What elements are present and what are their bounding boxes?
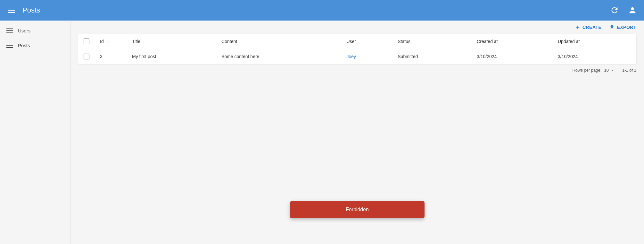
row-checkbox[interactable] <box>84 54 89 59</box>
row-user[interactable]: Joey <box>341 49 392 64</box>
create-button[interactable]: CREATE <box>575 24 602 30</box>
svg-rect-4 <box>6 45 13 46</box>
app-bar: Posts <box>0 0 644 21</box>
toolbar: CREATE EXPORT <box>70 21 644 34</box>
row-updated-at: 3/10/2024 <box>553 49 636 64</box>
create-icon <box>575 24 581 30</box>
sidebar-item-posts[interactable]: Posts <box>0 38 70 53</box>
svg-rect-5 <box>6 47 13 48</box>
app-bar-title: Posts <box>22 6 603 14</box>
main-layout: Users Posts CREATE EXP <box>0 21 644 244</box>
snackbar-message: Forbidden <box>346 207 369 212</box>
create-label: CREATE <box>582 25 602 30</box>
posts-list-icon <box>6 42 13 48</box>
col-header-checkbox <box>78 34 95 49</box>
row-checkbox-cell <box>78 49 95 64</box>
select-all-checkbox[interactable] <box>84 39 89 44</box>
svg-rect-1 <box>6 30 13 31</box>
row-status: Submitted <box>392 49 472 64</box>
sidebar: Users Posts <box>0 21 70 244</box>
rows-per-page-label: Rows per page: <box>572 68 601 73</box>
row-title: My first post <box>127 49 216 64</box>
account-button[interactable] <box>626 4 639 17</box>
posts-table: Id ↑ Title Content User Status Created a… <box>78 34 636 64</box>
main-content: CREATE EXPORT <box>70 21 644 244</box>
refresh-icon <box>610 6 619 15</box>
svg-rect-0 <box>6 28 13 29</box>
rows-per-page-control: Rows per page: 10 <box>572 68 615 73</box>
menu-icon[interactable] <box>5 5 17 15</box>
sidebar-item-users[interactable]: Users <box>0 23 70 38</box>
col-header-created-at: Created at <box>472 34 553 49</box>
col-header-title: Title <box>127 34 216 49</box>
col-header-status: Status <box>392 34 472 49</box>
account-icon <box>628 6 637 15</box>
col-header-id[interactable]: Id ↑ <box>95 34 127 49</box>
col-header-updated-at: Updated at <box>553 34 636 49</box>
sidebar-posts-label: Posts <box>18 43 30 48</box>
svg-rect-3 <box>6 43 13 43</box>
rows-per-page-value: 10 <box>604 68 608 73</box>
chevron-down-icon <box>610 68 615 73</box>
export-button[interactable]: EXPORT <box>609 24 636 30</box>
table-row: 3 My first post Some content here Joey S… <box>78 49 636 64</box>
rows-per-page-select[interactable]: 10 <box>604 68 614 73</box>
export-label: EXPORT <box>617 25 636 30</box>
sidebar-users-label: Users <box>18 28 30 33</box>
pagination: Rows per page: 10 1-1 of 1 <box>70 64 644 76</box>
sort-asc-icon: ↑ <box>106 39 108 44</box>
col-header-content: Content <box>216 34 341 49</box>
refresh-button[interactable] <box>608 4 621 17</box>
row-id: 3 <box>95 49 127 64</box>
svg-rect-2 <box>6 32 13 33</box>
col-header-user: User <box>341 34 392 49</box>
row-created-at: 3/10/2024 <box>472 49 553 64</box>
snackbar: Forbidden <box>290 201 425 218</box>
page-info: 1-1 of 1 <box>622 68 636 73</box>
export-icon <box>609 24 615 30</box>
users-list-icon <box>6 28 13 33</box>
row-content: Some content here <box>216 49 341 64</box>
